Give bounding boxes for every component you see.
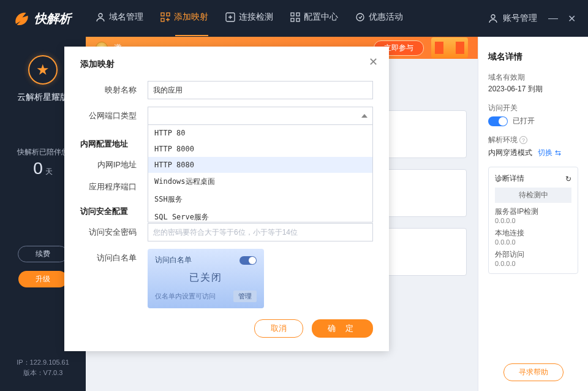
dropdown-option[interactable]: HTTP 8000 <box>148 141 372 157</box>
app-logo: 快解析 <box>12 9 71 28</box>
diag-status: 待检测中 <box>495 188 571 203</box>
svg-point-9 <box>356 13 364 21</box>
whitelist-status: 已关闭 <box>155 271 257 284</box>
cancel-button[interactable]: 取消 <box>254 319 303 338</box>
star-icon: ★ <box>36 61 50 78</box>
user-icon <box>488 13 498 23</box>
grid-icon <box>290 12 300 22</box>
whitelist-card: 访问白名单 已关闭 仅名单内设置可访问 管理 <box>148 249 264 308</box>
svg-rect-3 <box>161 18 164 21</box>
svg-rect-8 <box>296 18 300 21</box>
env-label: 解析环境 <box>488 135 518 144</box>
help-button[interactable]: 寻求帮助 <box>503 363 564 381</box>
content-area: 邀 立即参与 映 应 我的 我的 我的 添加映射 ✕ 映射名称 <box>86 37 478 391</box>
svg-rect-2 <box>167 13 170 16</box>
add-mapping-dialog: 添加映射 ✕ 映射名称 公网端口类型 HTTP 80 HTTP 8000 <box>64 47 389 351</box>
nav-items: 域名管理 添加映射 连接检测 配置中心 优惠活动 <box>96 12 488 25</box>
svg-point-0 <box>99 13 102 17</box>
dropdown-option[interactable]: Windows远程桌面 <box>148 173 372 191</box>
diagnostics-box: 诊断详情 ↻ 待检测中 服务器IP检测0.0.0.0 本地连接0.0.0.0 外… <box>488 167 578 274</box>
valid-value: 2023-06-17 到期 <box>488 84 578 94</box>
whitelist-manage-button[interactable]: 管理 <box>233 290 257 302</box>
badge-icon <box>355 12 365 22</box>
product-name: 云解析星耀版 <box>17 92 69 103</box>
access-toggle[interactable] <box>488 116 508 126</box>
help-icon[interactable]: ? <box>519 136 527 144</box>
renew-button[interactable]: 续费 <box>18 246 68 262</box>
svg-rect-1 <box>161 13 164 16</box>
whitelist-label: 访问白名单 <box>80 249 148 264</box>
user-icon <box>96 12 105 22</box>
dropdown-option[interactable]: HTTP 80 <box>148 125 372 141</box>
app-port-label: 应用程序端口 <box>80 178 148 192</box>
minimize-button[interactable]: — <box>548 13 558 25</box>
window-controls: — ✕ <box>548 13 576 25</box>
dialog-title: 添加映射 <box>80 59 373 70</box>
mode-switch-link[interactable]: 切换 ⇆ <box>538 148 560 157</box>
chevron-up-icon <box>361 114 368 118</box>
password-label: 访问安全密码 <box>80 223 148 238</box>
whitelist-toggle[interactable] <box>239 256 257 265</box>
svg-point-10 <box>491 15 495 18</box>
upgrade-button[interactable]: 升级 <box>18 271 67 287</box>
port-type-dropdown: HTTP 80 HTTP 8000 HTTP 8080 Windows远程桌面 … <box>148 124 373 222</box>
brand-name: 快解析 <box>34 10 71 27</box>
refresh-icon[interactable]: ↻ <box>565 175 571 183</box>
security-password-input[interactable] <box>148 223 373 241</box>
name-label: 映射名称 <box>80 81 148 96</box>
nav-promo[interactable]: 优惠活动 <box>355 12 403 25</box>
svg-rect-5 <box>291 13 294 16</box>
intranet-ip-label: 内网IP地址 <box>80 156 148 170</box>
svg-rect-7 <box>291 18 294 21</box>
panel-title: 域名详情 <box>488 51 578 63</box>
dropdown-option[interactable]: SSH服务 <box>148 191 372 208</box>
close-button[interactable]: ✕ <box>568 13 576 25</box>
close-icon[interactable]: ✕ <box>369 55 378 69</box>
select-input[interactable] <box>148 107 373 125</box>
mapping-name-input[interactable] <box>148 81 373 99</box>
modal-overlay: 添加映射 ✕ 映射名称 公网端口类型 HTTP 80 HTTP 8000 <box>86 37 368 391</box>
grid-plus-icon <box>160 12 170 22</box>
plus-box-icon <box>225 12 235 22</box>
right-panel: 域名详情 域名有效期 2023-06-17 到期 访问开关 已打开 解析环境? … <box>478 37 588 391</box>
svg-rect-6 <box>296 13 300 16</box>
top-nav: 快解析 域名管理 添加映射 连接检测 配置中心 优惠活动 账号管理 — ✕ <box>0 0 588 37</box>
nav-add-mapping[interactable]: 添加映射 <box>160 12 208 25</box>
companion-stats: 快解析已陪伴您 0天 <box>17 147 69 178</box>
nav-conn-check[interactable]: 连接检测 <box>225 12 273 25</box>
port-type-select[interactable]: HTTP 80 HTTP 8000 HTTP 8080 Windows远程桌面 … <box>148 107 373 125</box>
nav-config[interactable]: 配置中心 <box>290 12 338 25</box>
product-badge: ★ <box>28 55 58 85</box>
dropdown-option[interactable]: SQL Serve服务 <box>148 208 372 222</box>
dropdown-option[interactable]: HTTP 8080 <box>148 157 372 173</box>
port-type-label: 公网端口类型 <box>80 107 148 121</box>
gift-icon <box>431 37 468 58</box>
valid-label: 域名有效期 <box>488 72 578 83</box>
nav-domain[interactable]: 域名管理 <box>96 12 143 25</box>
sidebar-footer: IP：122.9.105.61 版本：V7.0.3 <box>17 357 69 391</box>
switch-label: 访问开关 <box>488 103 578 113</box>
confirm-button[interactable]: 确 定 <box>312 319 373 338</box>
account-menu[interactable]: 账号管理 <box>488 13 537 24</box>
